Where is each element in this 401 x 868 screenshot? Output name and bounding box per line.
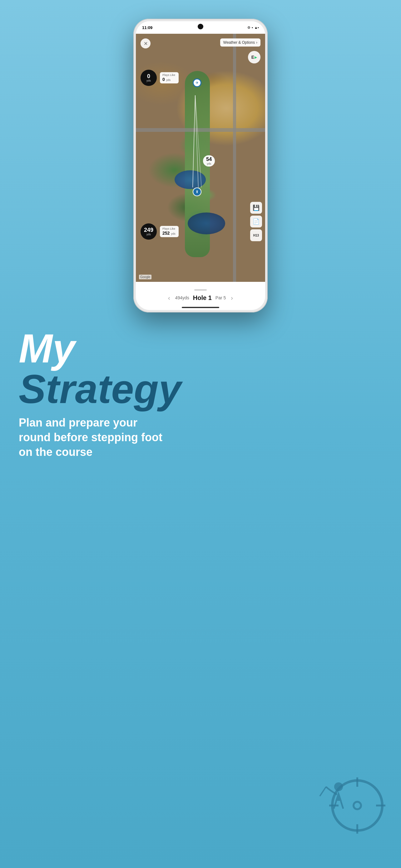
side-toolbar: 💾 📄 H13 <box>250 202 262 241</box>
tagline: Plan and prepare your round before stepp… <box>19 415 169 459</box>
water-hazard-1 <box>175 170 206 189</box>
svg-point-4 <box>354 802 361 809</box>
player-icon-mid: ⬆ <box>196 190 199 194</box>
top-plays-like-label: Plays Like <box>162 73 176 76</box>
phone-frame: 11:09 ⚙ ▪ ▲▪ <box>133 19 268 312</box>
chevron-right-icon: › <box>256 40 257 45</box>
map-area[interactable]: ✕ Weather & Options › E ▶ 0 yds <box>136 34 265 282</box>
promo-section: My Strategy Plan and prepare your round … <box>19 328 382 459</box>
notes-button[interactable]: 📄 <box>250 216 262 227</box>
compass[interactable]: E ▶ <box>248 51 261 63</box>
compass-play-icon: ▶ <box>255 56 257 59</box>
distance-badge-bottom: 249 yds Plays Like 252 yds <box>140 223 179 240</box>
google-attribution: Google <box>139 275 152 279</box>
save-icon: 💾 <box>253 204 260 211</box>
strategy-label: Strategy <box>19 369 382 409</box>
bottom-plays-like-label: Plays Like <box>162 227 176 230</box>
next-hole-button[interactable]: › <box>230 293 234 303</box>
settings-icon: ⚙ <box>247 26 250 30</box>
hole-name: Hole 1 <box>193 294 212 302</box>
camera-notch <box>198 24 203 29</box>
status-time: 11:09 <box>142 25 153 30</box>
bottom-dist-value: 249 <box>144 227 153 233</box>
status-icons: ⚙ ▪ ▲▪ <box>247 26 259 30</box>
top-plays-like-box: Plays Like 0 yds <box>160 72 179 84</box>
close-button[interactable]: ✕ <box>140 38 151 49</box>
golf-decoration <box>295 749 389 843</box>
top-dist-unit: yds <box>146 79 151 82</box>
bottom-panel: ‹ 494yds Hole 1 Par 5 › <box>136 282 265 310</box>
hole-badge-label: H13 <box>253 234 259 237</box>
save-button[interactable]: 💾 <box>250 202 262 214</box>
flag-marker-top: ✈ <box>193 79 201 87</box>
weather-options-button[interactable]: Weather & Options › <box>220 38 261 46</box>
weather-options-label: Weather & Options <box>223 40 255 45</box>
flag-icon: ✈ <box>196 81 199 85</box>
map-satellite: ✕ Weather & Options › E ▶ 0 yds <box>136 34 265 282</box>
battery-icon: ▪ <box>252 26 253 29</box>
bottom-plays-like-unit: yds <box>171 232 175 235</box>
notes-icon: 📄 <box>253 218 260 225</box>
distance-badge-top: 0 yds Plays Like 0 yds <box>140 70 179 86</box>
mid-dist-unit: yds <box>206 162 212 165</box>
signal-icon: ▲▪ <box>254 26 259 29</box>
bottom-plays-like-box: Plays Like 252 yds <box>160 226 179 237</box>
top-plays-like-unit: yds <box>166 79 170 82</box>
bottom-dist-unit: yds <box>146 233 151 236</box>
my-label: My <box>19 328 382 369</box>
svg-point-9 <box>334 782 343 791</box>
top-distance-circle: 0 yds <box>140 70 157 86</box>
top-plays-like-value: 0 <box>162 77 165 82</box>
hole-par: Par 5 <box>215 295 226 300</box>
road-horizontal <box>136 128 265 132</box>
mid-dist-value: 54 <box>206 157 212 162</box>
hole-badge-button[interactable]: H13 <box>250 229 262 241</box>
mid-distance-badge: 54 yds <box>203 155 215 166</box>
home-indicator <box>182 307 219 308</box>
hole-info: ‹ 494yds Hole 1 Par 5 › <box>167 293 234 303</box>
top-dist-value: 0 <box>147 73 150 79</box>
pull-handle[interactable] <box>194 289 207 290</box>
compass-letter: E <box>252 55 254 60</box>
phone-inner: 11:09 ⚙ ▪ ▲▪ <box>136 21 265 310</box>
svg-line-11 <box>341 801 343 809</box>
bottom-plays-like-value: 252 <box>162 230 170 236</box>
prev-hole-button[interactable]: ‹ <box>167 293 171 303</box>
bottom-distance-circle: 249 yds <box>140 223 157 240</box>
water-hazard-2 <box>188 213 225 234</box>
road-vertical <box>233 34 236 282</box>
hole-yardage: 494yds <box>175 295 189 300</box>
